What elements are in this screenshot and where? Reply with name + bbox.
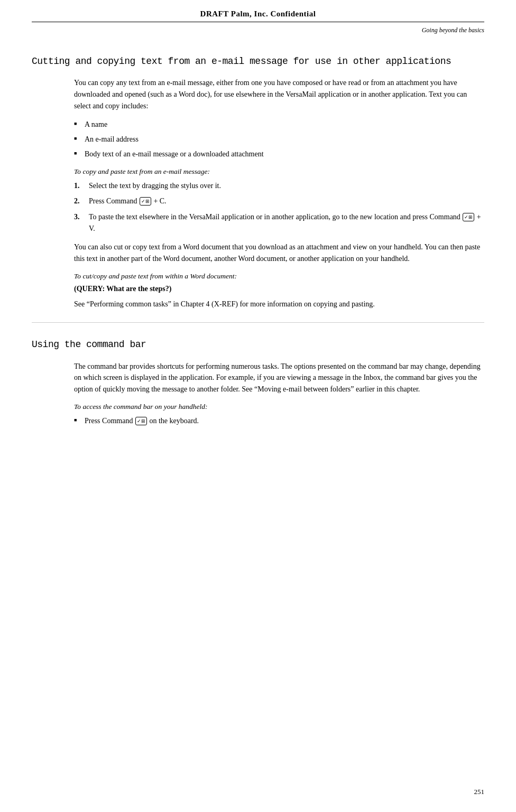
section2-intro: The command bar provides shortcuts for p… [74,361,484,395]
list-item: Body text of an e-mail message or a down… [74,148,484,160]
draft-header: DRAFT Palm, Inc. Confidential [32,0,484,22]
step-2: 2. Press Command ✓⊞ + C. [74,195,484,207]
list-item: A name [74,119,484,130]
list-item: An e-mail address [74,134,484,145]
command-icon-2: ✓⊞ [463,213,474,221]
list-item: Press Command ✓⊞ on the keyboard. [74,415,484,427]
query-text: (QUERY: What are the steps?) [74,285,484,293]
proc-header-1: To copy and paste text from an e-mail me… [74,167,484,176]
numbered-steps: 1. Select the text by dragging the stylu… [74,180,484,235]
section1-bullets: A name An e-mail address Body text of an… [74,119,484,160]
content-area: Cutting and copying text from an e-mail … [0,34,516,465]
command-icon-3: ✓⊞ [135,417,147,425]
page-number: 251 [474,788,485,796]
section-header-right: Going beyond the basics [0,22,516,34]
step-num-2: 2. [74,195,80,207]
section1-title: Cutting and copying text from an e-mail … [32,55,484,68]
step-3: 3. To paste the text elsewhere in the Ve… [74,211,484,234]
command-icon-1: ✓⊞ [140,197,151,206]
section1-intro: You can copy any text from an e-mail mes… [74,77,484,111]
step-num-3: 3. [74,211,80,223]
section2-bullets: Press Command ✓⊞ on the keyboard. [74,415,484,427]
xref-para: See “Performing common tasks” in Chapter… [74,298,484,310]
section-divider [32,322,484,323]
step-1: 1. Select the text by dragging the stylu… [74,180,484,192]
section-header-label: Going beyond the basics [422,26,484,34]
draft-header-text: DRAFT Palm, Inc. Confidential [200,10,316,18]
step-num-1: 1. [74,180,80,192]
followup-para: You can also cut or copy text from a Wor… [74,241,484,264]
proc-header-2: To cut/copy and paste text from within a… [74,272,484,281]
section2-title: Using the command bar [32,339,484,351]
proc-header-3: To access the command bar on your handhe… [74,403,484,411]
page: DRAFT Palm, Inc. Confidential Going beyo… [0,0,516,812]
